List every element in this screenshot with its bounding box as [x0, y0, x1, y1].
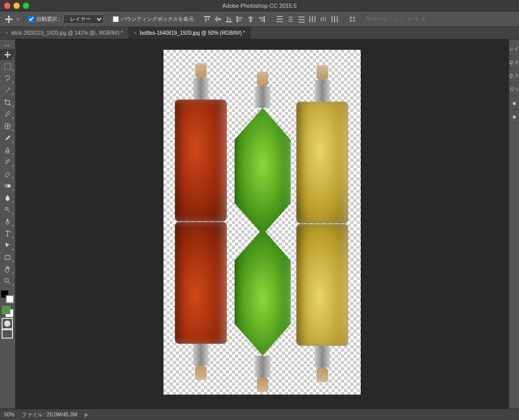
svg-rect-10 [238, 17, 242, 19]
zoom-level[interactable]: 50% [4, 412, 15, 417]
auto-align-icon[interactable] [348, 15, 357, 24]
align-bottom-icon[interactable] [224, 15, 234, 24]
svg-rect-51 [2, 330, 12, 338]
panel-tab-paths[interactable]: Q ス [509, 69, 519, 83]
tab-close-icon[interactable]: × [5, 30, 8, 36]
bottle-green-mirror [231, 229, 294, 392]
svg-rect-25 [298, 19, 305, 20]
auto-select-checkbox[interactable]: 自動選択 : [28, 16, 60, 23]
eraser-tool[interactable] [0, 168, 15, 179]
svg-rect-18 [277, 16, 283, 17]
magic-wand-tool[interactable] [0, 85, 15, 96]
panel-tab-lock[interactable]: ロッ [509, 83, 519, 96]
slide-3d-icon[interactable]: ❋ [415, 16, 419, 22]
visibility-eye-icon[interactable]: ◉ [509, 110, 519, 123]
close-window-button[interactable] [4, 3, 10, 9]
pan-3d-icon[interactable]: ✥ [407, 16, 412, 22]
zoom-tool[interactable] [0, 275, 15, 287]
history-brush-tool[interactable] [0, 156, 15, 167]
file-info-value: 20.0M/45.3M [47, 412, 77, 417]
svg-rect-37 [353, 17, 355, 19]
svg-rect-29 [315, 16, 316, 22]
document-tab-2[interactable]: × bottles-1640819_1920.jpg @ 50% (RGB/8#… [129, 27, 251, 39]
show-bbox-checkbox[interactable]: バウンディングボックスを表示 [113, 16, 194, 23]
canvas[interactable] [163, 50, 361, 395]
title-bar: Adobe Photoshop CC 2015.5 [0, 0, 519, 11]
svg-rect-2 [208, 18, 209, 20]
tab-close-icon[interactable]: × [134, 30, 137, 36]
panel-tab-layers[interactable]: レイ [509, 43, 519, 56]
svg-rect-16 [259, 17, 263, 19]
svg-rect-24 [298, 17, 305, 18]
svg-rect-20 [277, 21, 283, 22]
align-vcenter-icon[interactable] [213, 15, 223, 24]
dist-left-icon[interactable] [308, 15, 317, 24]
align-right-icon[interactable] [257, 15, 266, 24]
align-hcenter-icon[interactable] [246, 15, 255, 24]
dist-right-icon[interactable] [330, 15, 339, 24]
svg-rect-48 [6, 296, 13, 303]
move-tool[interactable] [0, 49, 15, 60]
blur-tool[interactable] [0, 192, 15, 203]
svg-rect-21 [289, 17, 293, 18]
dist-bottom-icon[interactable] [297, 15, 306, 24]
svg-rect-3 [215, 19, 221, 20]
dist-vcenter-icon[interactable] [286, 15, 295, 24]
eyedropper-tool[interactable] [0, 108, 15, 120]
path-selection-tool[interactable] [0, 240, 15, 251]
status-more-icon[interactable]: ▶ [85, 412, 89, 417]
auto-select-dropdown[interactable]: レイヤー [63, 15, 104, 24]
svg-rect-12 [250, 16, 251, 22]
right-panel-dock: レイ Q カ Q ス ロッ ◉ ◉ [509, 39, 519, 409]
document-tabs: × stick-2828223_1920.jpg @ 141% (影, RGB/… [0, 27, 519, 39]
zoom-3d-icon[interactable]: ■ [422, 16, 425, 22]
document-tab-1[interactable]: × stick-2828223_1920.jpg @ 141% (影, RGB/… [0, 27, 129, 39]
dist-top-icon[interactable] [275, 15, 284, 24]
svg-rect-14 [249, 20, 252, 21]
crop-tool[interactable] [0, 96, 15, 108]
app-title: Adobe Photoshop CC 2015.5 [222, 3, 296, 9]
svg-rect-43 [4, 184, 7, 187]
default-colors-icon[interactable] [0, 291, 15, 302]
tab-label: stick-2828223_1920.jpg @ 141% (影, RGB/8#… [11, 30, 123, 37]
dodge-tool[interactable] [0, 204, 15, 215]
options-bar: ▾ 自動選択 : レイヤー バウンディングボックスを表示 3Dモード : ⊕ ⟳ [0, 11, 519, 27]
rectangle-tool[interactable] [0, 251, 15, 263]
color-swatches[interactable] [0, 304, 15, 318]
svg-point-44 [5, 207, 8, 210]
lasso-tool[interactable] [0, 73, 15, 84]
svg-rect-23 [289, 21, 293, 22]
orbit-3d-icon[interactable]: ⊕ [393, 16, 397, 22]
pen-tool[interactable] [0, 216, 15, 227]
move-tool-icon [4, 15, 13, 24]
svg-rect-0 [204, 16, 210, 17]
file-info-label: ファイル : [22, 412, 46, 417]
dist-hcenter-icon[interactable] [319, 15, 328, 24]
healing-brush-tool[interactable] [0, 120, 15, 132]
svg-rect-32 [325, 17, 326, 21]
brush-tool[interactable] [0, 132, 15, 144]
align-top-icon[interactable] [202, 15, 212, 24]
roll-3d-icon[interactable]: ⟳ [400, 16, 404, 22]
svg-rect-31 [323, 17, 324, 21]
toolbar-expand-icon[interactable]: ▸▸ [0, 41, 15, 49]
svg-rect-38 [350, 20, 352, 22]
clone-stamp-tool[interactable] [0, 144, 15, 156]
visibility-eye-icon[interactable]: ◉ [509, 96, 519, 110]
svg-rect-9 [237, 16, 238, 22]
align-left-icon[interactable] [235, 15, 244, 24]
canvas-area[interactable] [16, 39, 509, 409]
hand-tool[interactable] [0, 263, 15, 275]
gradient-tool[interactable] [0, 180, 15, 191]
svg-point-46 [4, 278, 8, 282]
svg-rect-1 [205, 18, 207, 22]
svg-rect-36 [350, 17, 352, 19]
minimize-window-button[interactable] [13, 3, 20, 9]
type-tool[interactable] [0, 228, 15, 239]
svg-rect-7 [227, 17, 228, 21]
panel-tab-channels[interactable]: Q カ [509, 56, 519, 69]
marquee-tool[interactable] [0, 61, 15, 72]
screen-mode-icon[interactable] [0, 329, 15, 339]
maximize-window-button[interactable] [23, 3, 29, 9]
foreground-color-swatch[interactable] [2, 306, 10, 314]
